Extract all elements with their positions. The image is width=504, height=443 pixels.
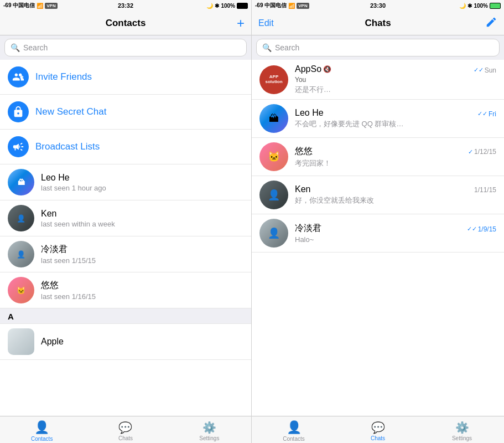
chat-name-youyou: 悠悠 [295, 146, 313, 157]
right-panel: -69 中国电信 📶 VPN 23:30 🌙 ✱ 100% Edit Chats… [252, 0, 504, 443]
avatar-chat-leohe: 🏔 [259, 104, 288, 133]
add-contact-button[interactable]: + [237, 17, 245, 30]
right-status-bar: -69 中国电信 📶 VPN 23:30 🌙 ✱ 100% [252, 0, 504, 11]
contact-row-lendan[interactable]: 👤 冷淡君 last seen 1/15/15 [0, 236, 251, 272]
contact-row-ken[interactable]: 👤 Ken last seen within a week [0, 200, 251, 236]
left-tab-settings[interactable]: ⚙️ Settings [168, 419, 251, 441]
right-vpn-badge: VPN [297, 3, 309, 9]
check-appso: ✓✓ [474, 66, 484, 74]
left-time: 23:32 [118, 2, 133, 9]
left-tab-chats[interactable]: 💬 Chats [84, 419, 167, 441]
chat-content-youyou: 悠悠 ✓ 1/12/15 考完回家！ [295, 146, 496, 168]
right-moon-icon: 🌙 [459, 3, 466, 9]
avatar-ken: 👤 [8, 205, 34, 231]
contact-sub-leohe: last seen 1 hour ago [41, 184, 243, 192]
chat-preview-ken: 好，你没空就丢给我来改 [295, 195, 439, 205]
chat-time-row-youyou: ✓ 1/12/15 [468, 148, 496, 156]
right-contacts-tab-icon: 👤 [287, 420, 302, 435]
right-tab-bar: 👤 Contacts 💬 Chats ⚙️ Settings [252, 416, 504, 443]
new-secret-chat-label: New Secret Chat [35, 106, 107, 117]
left-search-input[interactable]: Search [23, 43, 48, 52]
section-header-a: A [0, 308, 251, 324]
chat-row-youyou[interactable]: 🐱 悠悠 ✓ 1/12/15 考完回家！ [252, 138, 504, 176]
secret-chat-icon [8, 101, 29, 122]
right-settings-tab-label: Settings [452, 435, 472, 441]
contact-sub-lendan: last seen 1/15/15 [41, 256, 243, 265]
left-tab-contacts[interactable]: 👤 Contacts [0, 418, 84, 442]
chat-preview2-appso: 还是不行… [295, 85, 439, 95]
chat-content-lendan: 冷淡君 ✓✓ 1/9/15 Halo~ [295, 223, 496, 244]
right-carrier-text: -69 中国电信 [255, 2, 287, 9]
chat-row-ken[interactable]: 👤 Ken 1/11/15 好，你没空就丢给我来改 [252, 176, 504, 214]
chat-row-leohe[interactable]: 🏔 Leo He ✓✓ Fri 不会吧，好像要先进 QQ 群审核… [252, 100, 504, 138]
chat-top-appso: AppSo 🔇 ✓✓ Sun [295, 64, 496, 74]
contact-sub-youyou: last seen 1/16/15 [41, 292, 243, 301]
contact-info-apple: Apple [41, 337, 243, 347]
contact-info-ken: Ken last seen within a week [41, 209, 243, 228]
right-tab-contacts[interactable]: 👤 Contacts [252, 418, 336, 442]
broadcast-icon [8, 136, 29, 157]
chat-top-youyou: 悠悠 ✓ 1/12/15 [295, 146, 496, 157]
right-search-bar[interactable]: 🔍 Search [256, 39, 500, 56]
left-search-wrap: 🔍 Search [0, 35, 251, 60]
chat-top-ken: Ken 1/11/15 [295, 184, 496, 194]
carrier-text: -69 中国电信 [3, 2, 35, 9]
left-panel: -69 中国电信 📶 VPN 23:32 🌙 ✱ 100% Contacts +… [0, 0, 252, 443]
chat-time-row-lendan: ✓✓ 1/9/15 [467, 225, 496, 233]
chat-row-appso[interactable]: APPsolution AppSo 🔇 ✓✓ Sun You 还是不行… [252, 60, 504, 100]
contact-row-youyou[interactable]: 🐱 悠悠 last seen 1/16/15 [0, 272, 251, 308]
contacts-title: Contacts [106, 18, 146, 29]
chat-row-lendan[interactable]: 👤 冷淡君 ✓✓ 1/9/15 Halo~ [252, 214, 504, 253]
left-search-bar[interactable]: 🔍 Search [4, 39, 247, 56]
avatar-youyou: 🐱 [8, 277, 34, 303]
contact-name-youyou: 悠悠 [41, 280, 243, 291]
chat-time-ken: 1/11/15 [474, 186, 496, 194]
chat-name-leohe: Leo He [295, 108, 324, 118]
new-secret-chat-item[interactable]: New Secret Chat [0, 95, 251, 130]
edit-button[interactable]: Edit [258, 18, 274, 28]
company-row-apple[interactable]: Apple [0, 324, 251, 360]
avatar-chat-lendan: 👤 [259, 219, 288, 248]
right-nav-bar: Edit Chats [252, 11, 504, 35]
chats-tab-label: Chats [118, 435, 133, 441]
right-status-carrier: -69 中国电信 📶 VPN [255, 2, 309, 9]
settings-tab-label: Settings [199, 435, 219, 441]
chat-preview-youyou: 考完回家！ [295, 158, 439, 168]
left-status-bar: -69 中国电信 📶 VPN 23:32 🌙 ✱ 100% [0, 0, 251, 11]
chat-time-leohe: Fri [489, 110, 496, 118]
bluetooth-icon: ✱ [215, 3, 219, 9]
compose-button[interactable] [485, 16, 497, 30]
avatar-appso: APPsolution [259, 65, 288, 94]
contact-name-apple: Apple [41, 337, 243, 347]
chat-time-row-appso: ✓✓ Sun [474, 66, 496, 74]
right-time: 23:30 [370, 2, 386, 9]
broadcast-lists-item[interactable]: Broadcast Lists [0, 130, 251, 164]
right-battery-text: 100% [474, 3, 488, 9]
right-search-input[interactable]: Search [275, 43, 299, 52]
left-nav-inner: Contacts + [7, 17, 245, 30]
invite-friends-item[interactable]: Invite Friends [0, 60, 251, 95]
right-bluetooth-icon: ✱ [467, 3, 472, 9]
invite-friends-label: Invite Friends [35, 71, 92, 83]
chat-preview-lendan: Halo~ [295, 235, 439, 244]
avatar-chat-ken: 👤 [259, 181, 288, 209]
contact-row-leohe[interactable]: 🏔 Leo He last seen 1 hour ago [0, 164, 251, 200]
chat-list: APPsolution AppSo 🔇 ✓✓ Sun You 还是不行… [252, 60, 504, 416]
contact-name-ken: Ken [41, 209, 243, 219]
right-status-right: 🌙 ✱ 100% [459, 3, 501, 9]
broadcast-lists-label: Broadcast Lists [35, 141, 100, 152]
right-chats-tab-icon: 💬 [371, 421, 385, 434]
battery-text: 100% [221, 3, 235, 9]
chat-preview-appso: You [295, 75, 439, 84]
avatar-leohe: 🏔 [8, 169, 34, 195]
chat-time-lendan: 1/9/15 [478, 225, 496, 233]
chat-content-appso: AppSo 🔇 ✓✓ Sun You 还是不行… [295, 64, 496, 95]
right-settings-tab-icon: ⚙️ [455, 421, 469, 434]
left-status-right: 🌙 ✱ 100% [206, 3, 248, 9]
avatar-chat-youyou: 🐱 [259, 142, 288, 171]
chat-content-leohe: Leo He ✓✓ Fri 不会吧，好像要先进 QQ 群审核… [295, 108, 496, 129]
vpn-badge: VPN [45, 3, 57, 9]
contact-info-leohe: Leo He last seen 1 hour ago [41, 173, 243, 192]
right-tab-settings[interactable]: ⚙️ Settings [420, 419, 504, 441]
right-tab-chats[interactable]: 💬 Chats [336, 419, 420, 441]
